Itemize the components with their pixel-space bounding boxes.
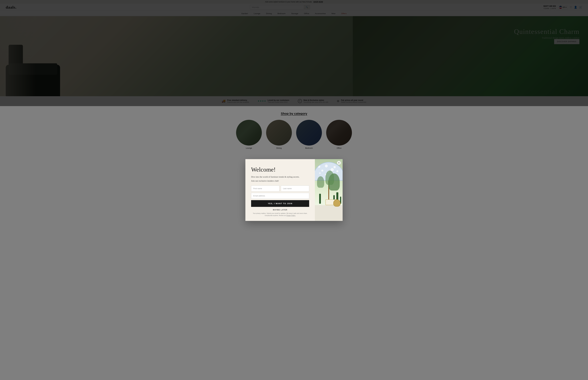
modal-overlay: Welcome! Dive into the world of furnitur…: [0, 0, 588, 155]
